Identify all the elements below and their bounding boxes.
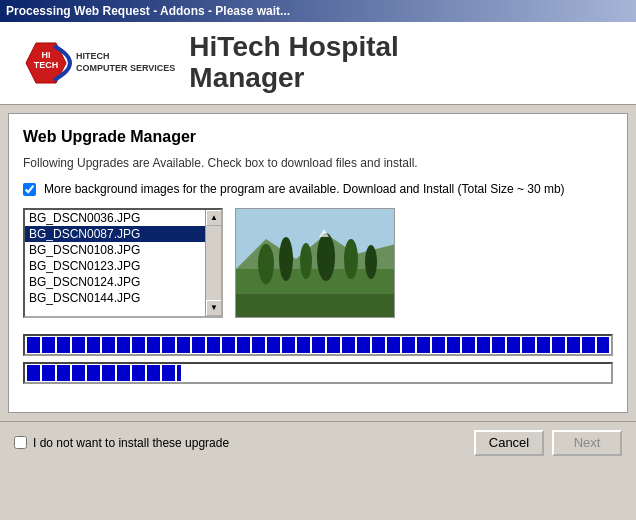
description-text: Following Upgrades are Available. Check … (23, 156, 613, 170)
list-item[interactable]: BG_DSCN0144.JPG (25, 290, 205, 306)
bottom-bar: I do not want to install these upgrade C… (0, 421, 636, 464)
progress-fill-2 (25, 364, 183, 382)
title-bar-text: Processing Web Request - Addons - Please… (6, 4, 290, 18)
list-item[interactable]: BG_DSCN0036.JPG (25, 210, 205, 226)
list-item[interactable]: BG_DSCN0108.JPG (25, 242, 205, 258)
file-listbox[interactable]: BG_DSCN0036.JPG BG_DSCN0087.JPG BG_DSCN0… (23, 208, 223, 318)
listbox-scrollbar[interactable]: ▲ ▼ (205, 210, 221, 316)
progress-bar-2 (23, 362, 613, 384)
scroll-track (206, 226, 221, 300)
progress-bar-1 (23, 334, 613, 356)
progress-segments-2 (25, 363, 183, 383)
svg-text:TECH: TECH (34, 60, 59, 70)
file-list-inner: BG_DSCN0036.JPG BG_DSCN0087.JPG BG_DSCN0… (25, 210, 205, 316)
main-content: Web Upgrade Manager Following Upgrades a… (8, 113, 628, 413)
progress-segments-1 (25, 335, 611, 355)
list-item[interactable]: BG_DSCN0124.JPG (25, 274, 205, 290)
company-name-area: HITECH COMPUTER SERVICES (76, 51, 175, 74)
no-install-row: I do not want to install these upgrade (14, 436, 229, 450)
svg-point-8 (300, 243, 312, 279)
company-line2: COMPUTER SERVICES (76, 63, 175, 75)
svg-point-10 (344, 239, 358, 279)
preview-image (235, 208, 395, 318)
header-section: HI TECH HITECH COMPUTER SERVICES HiTech … (0, 22, 636, 105)
svg-text:HI: HI (42, 50, 51, 60)
next-button[interactable]: Next (552, 430, 622, 456)
buttons-row: Cancel Next (474, 430, 622, 456)
app-title-line1: HiTech Hospital (189, 32, 399, 63)
logo-area: HI TECH (16, 38, 76, 88)
upgrade-checkbox[interactable] (23, 183, 36, 196)
no-install-checkbox[interactable] (14, 436, 27, 449)
file-list-preview-area: BG_DSCN0036.JPG BG_DSCN0087.JPG BG_DSCN0… (23, 208, 613, 318)
scroll-up-btn[interactable]: ▲ (206, 210, 222, 226)
section-title: Web Upgrade Manager (23, 128, 613, 146)
company-line1: HITECH (76, 51, 175, 63)
svg-point-6 (258, 244, 274, 284)
progress-fill-1 (25, 336, 611, 354)
upgrade-option-row: More background images for the program a… (23, 182, 613, 196)
svg-rect-12 (236, 294, 395, 318)
svg-point-7 (279, 237, 293, 281)
svg-point-9 (317, 233, 335, 281)
progress-area (23, 334, 613, 384)
cancel-button[interactable]: Cancel (474, 430, 544, 456)
app-title-area: HiTech Hospital Manager (189, 32, 399, 94)
scroll-down-btn[interactable]: ▼ (206, 300, 222, 316)
list-item-selected[interactable]: BG_DSCN0087.JPG (25, 226, 205, 242)
list-item[interactable]: BG_DSCN0123.JPG (25, 258, 205, 274)
title-bar: Processing Web Request - Addons - Please… (0, 0, 636, 22)
no-install-label: I do not want to install these upgrade (33, 436, 229, 450)
app-title-line2: Manager (189, 63, 399, 94)
svg-point-11 (365, 245, 377, 279)
upgrade-label: More background images for the program a… (44, 182, 613, 196)
